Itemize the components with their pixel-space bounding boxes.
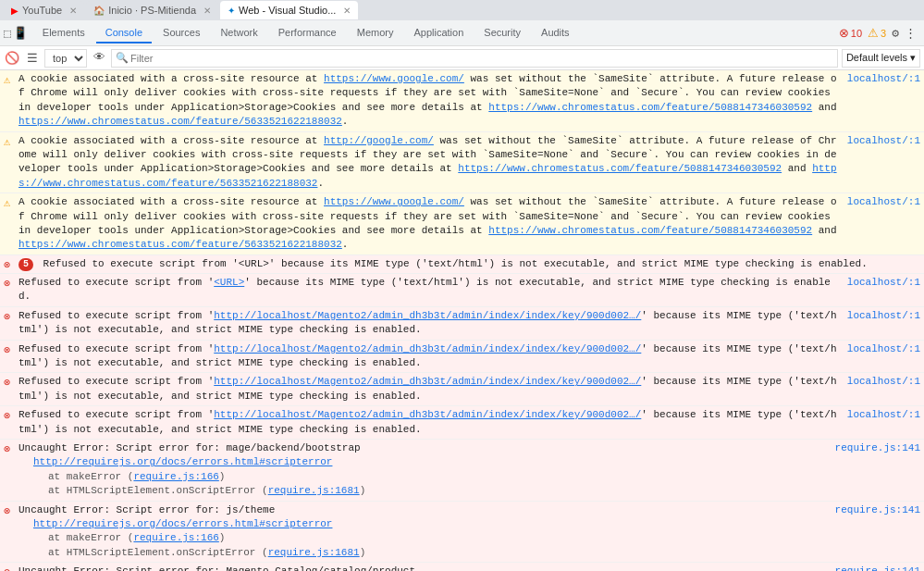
- message-source-uc1[interactable]: require.js:141: [828, 441, 920, 499]
- requirejs-link-uc2[interactable]: http://requirejs.org/docs/errors.html#sc…: [18, 517, 828, 531]
- refused-link-2[interactable]: http://localhost/Magento2/admin_dh3b3t/a…: [214, 310, 641, 321]
- message-source-e3[interactable]: localhost/:1: [840, 342, 920, 371]
- tab-youtube[interactable]: ▶ YouTube ✕: [4, 1, 84, 19]
- eye-icon[interactable]: 👁: [91, 50, 107, 67]
- close-icon[interactable]: ✕: [203, 6, 211, 16]
- message-source-e5[interactable]: localhost/:1: [840, 408, 920, 437]
- tab-console[interactable]: Console: [96, 23, 152, 43]
- devtools-icon-inspect[interactable]: ⬚: [4, 26, 11, 41]
- context-select[interactable]: top: [44, 49, 87, 68]
- uncaught-error-theme: ⊗ Uncaught Error: Script error for: js/t…: [0, 502, 924, 564]
- filter-input[interactable]: [130, 53, 833, 64]
- close-icon[interactable]: ✕: [343, 6, 351, 16]
- uncaught-error-bootstrap: ⊗ Uncaught Error: Script error for: mage…: [0, 440, 924, 502]
- tab-youtube-label: YouTube: [22, 5, 62, 16]
- tab-sources[interactable]: Sources: [154, 23, 209, 43]
- console-message-warning-1: ⚠ A cookie associated with a cross-site …: [0, 70, 924, 132]
- message-source-uc2[interactable]: require.js:141: [828, 503, 920, 561]
- error-icon-2: ⊗: [4, 310, 10, 326]
- youtube-icon: ▶: [11, 6, 18, 16]
- console-message-warning-3: ⚠ A cookie associated with a cross-site …: [0, 193, 924, 255]
- tab-performance[interactable]: Performance: [269, 23, 346, 43]
- more-icon[interactable]: ⋮: [905, 26, 917, 41]
- tab-application[interactable]: Application: [404, 23, 473, 43]
- tab-memory[interactable]: Memory: [348, 23, 403, 43]
- message-content-2: A cookie associated with a cross-site re…: [18, 134, 840, 192]
- at-line-uc2-2: at HTMLScriptElement.onScriptError (requ…: [18, 546, 828, 560]
- console-message-error-4: ⊗ Refused to execute script from 'http:/…: [0, 373, 924, 406]
- tab-vscode[interactable]: ✦ Web - Visual Studio... ✕: [220, 1, 358, 19]
- message-source-3[interactable]: localhost/:1: [840, 195, 920, 253]
- console-message-error-2: ⊗ Refused to execute script from 'http:/…: [0, 307, 924, 341]
- refused-link-5[interactable]: http://localhost/Magento2/admin_dh3b3t/a…: [214, 409, 641, 420]
- browser-tab-bar: ▶ YouTube ✕ 🏠 Inicio · PS-Mitienda ✕ ✦ W…: [0, 0, 924, 20]
- clear-console-icon[interactable]: 🚫: [4, 50, 20, 67]
- chromestatus-link-1b[interactable]: https://www.chromestatus.com/feature/563…: [18, 116, 342, 127]
- requirejs-link-uc1[interactable]: http://requirejs.org/docs/errors.html#sc…: [18, 455, 828, 469]
- cookie-link-1[interactable]: https://www.google.com/: [324, 73, 464, 84]
- error-count-badge: ⊗ 10: [839, 26, 862, 40]
- at-line-uc2-1: at makeError (require.js:166): [18, 531, 828, 545]
- tab-ps-mitienda[interactable]: 🏠 Inicio · PS-Mitienda ✕: [86, 1, 218, 19]
- uncaught-error-catalog: ⊗ Uncaught Error: Script error for: Mage…: [0, 563, 924, 571]
- console-message-warning-2: ⚠ A cookie associated with a cross-site …: [0, 132, 924, 194]
- message-source-e2[interactable]: localhost/:1: [840, 309, 920, 338]
- devtools-icon-device[interactable]: 📱: [13, 26, 28, 41]
- tab-audits[interactable]: Audits: [532, 23, 579, 43]
- error-count: 10: [851, 28, 862, 39]
- message-source-e4[interactable]: localhost/:1: [840, 375, 920, 403]
- error-icon-uc2: ⊗: [4, 504, 10, 520]
- message-content-e2: Refused to execute script from 'http://l…: [18, 309, 840, 338]
- error-icon-uc3: ⊗: [4, 565, 10, 571]
- message-content-3: A cookie associated with a cross-site re…: [18, 195, 840, 253]
- error-icon-uc1: ⊗: [4, 442, 10, 458]
- warning-count-badge: ⚠ 3: [868, 26, 886, 40]
- filter-icon: 🔍: [116, 52, 129, 64]
- error-icon-1: ⊗: [4, 277, 10, 292]
- message-content-group: 5 Refused to execute script from '<URL>'…: [18, 257, 920, 271]
- warning-icon: ⚠: [4, 73, 10, 89]
- tab-elements[interactable]: Elements: [33, 23, 94, 43]
- error-icon-3: ⊗: [4, 343, 10, 359]
- message-content-e1: Refused to execute script from '<URL>' b…: [18, 276, 840, 304]
- tab-vscode-label: Web - Visual Studio...: [239, 5, 336, 16]
- log-levels-select[interactable]: Default levels ▾: [842, 49, 920, 68]
- console-message-error-1: ⊗ Refused to execute script from '<URL>'…: [0, 274, 924, 307]
- home-icon: 🏠: [93, 6, 105, 16]
- refused-link-3[interactable]: http://localhost/Magento2/admin_dh3b3t/a…: [214, 343, 641, 354]
- filter-bar: 🔍: [111, 49, 838, 68]
- warning-count: 3: [881, 28, 886, 39]
- at-line-uc1-2: at HTMLScriptElement.onScriptError (requ…: [18, 484, 828, 498]
- refused-link-4[interactable]: http://localhost/Magento2/admin_dh3b3t/a…: [214, 376, 641, 387]
- close-icon[interactable]: ✕: [69, 6, 77, 16]
- message-content-e4: Refused to execute script from 'http://l…: [18, 375, 840, 403]
- console-messages-container: ⚠ A cookie associated with a cross-site …: [0, 70, 924, 571]
- cookie-link-3[interactable]: https://www.google.com/: [324, 196, 464, 207]
- message-content-uc3: Uncaught Error: Script error for: Magent…: [18, 565, 828, 571]
- cookie-link-2[interactable]: http://google.com/: [324, 135, 434, 146]
- warning-icon-3: ⚠: [4, 196, 10, 212]
- require-link-uc1-2[interactable]: require.js:1681: [268, 485, 360, 496]
- refused-link-1[interactable]: <URL>: [214, 277, 244, 288]
- message-content: A cookie associated with a cross-site re…: [18, 72, 840, 130]
- error-icon-group: ⊗: [4, 258, 10, 274]
- message-source-2[interactable]: localhost/:1: [840, 134, 920, 192]
- console-message-error-5: ⊗ Refused to execute script from 'http:/…: [0, 406, 924, 440]
- at-line-uc1-1: at makeError (require.js:166): [18, 470, 828, 484]
- message-source-uc3[interactable]: require.js:141: [828, 565, 920, 571]
- toggle-sidebar-icon[interactable]: ☰: [24, 50, 41, 67]
- tab-network[interactable]: Network: [211, 23, 266, 43]
- devtools-status-icons: ⊗ 10 ⚠ 3 ⚙ ⋮: [839, 26, 920, 41]
- chromestatus-link-3a[interactable]: https://www.chromestatus.com/feature/508…: [488, 225, 812, 236]
- require-link-uc2-1[interactable]: require.js:166: [133, 532, 218, 543]
- require-link-uc1-1[interactable]: require.js:166: [133, 471, 218, 482]
- console-message-error-group: ⊗ 5 Refused to execute script from '<URL…: [0, 255, 924, 274]
- message-source-1[interactable]: localhost/:1: [840, 72, 920, 130]
- chromestatus-link-2a[interactable]: https://www.chromestatus.com/feature/508…: [458, 163, 782, 174]
- require-link-uc2-2[interactable]: require.js:1681: [268, 547, 360, 558]
- tab-security[interactable]: Security: [474, 23, 530, 43]
- chromestatus-link-3b[interactable]: https://www.chromestatus.com/feature/563…: [18, 239, 342, 250]
- settings-icon[interactable]: ⚙: [892, 26, 899, 41]
- chromestatus-link-1a[interactable]: https://www.chromestatus.com/feature/508…: [488, 102, 812, 113]
- message-source-e1[interactable]: localhost/:1: [840, 276, 920, 304]
